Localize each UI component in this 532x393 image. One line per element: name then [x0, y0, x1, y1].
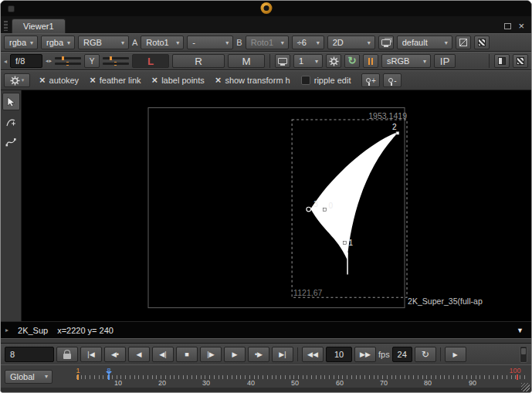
info-dropdown-icon[interactable] [517, 327, 524, 334]
prev-keyframe-icon: ◀• [111, 351, 119, 358]
range-end-marker[interactable] [517, 374, 518, 380]
refresh-button[interactable] [344, 54, 360, 68]
monitor-out-button[interactable] [378, 36, 394, 49]
play-backward-icon: ◀ [137, 351, 142, 358]
gain-spinner-icon[interactable] [46, 58, 52, 64]
transport-scrollbar[interactable] [520, 346, 527, 363]
clip-warning-button[interactable] [494, 54, 510, 68]
collapse-left-icon[interactable] [4, 58, 7, 65]
float-panel-icon[interactable] [504, 23, 511, 29]
checker-display-button[interactable] [474, 36, 490, 49]
gamma-slider-handle2[interactable] [114, 62, 117, 66]
loop-mode-button[interactable] [415, 347, 436, 362]
spline-point-0[interactable] [323, 208, 326, 212]
add-keyframe-button[interactable]: + [361, 73, 380, 87]
window-controls [504, 22, 531, 33]
draw-bezier-tool-button[interactable] [2, 113, 20, 130]
fps-label: fps [378, 350, 390, 359]
luminance-toggle-button[interactable]: Y [84, 54, 100, 68]
prev-keyframe-button[interactable]: ◀• [104, 347, 126, 362]
viewport-canvas[interactable]: 2 3 0 1 1953,1419 1121,67 2K_Super_35(fu… [22, 90, 531, 321]
gain-slider[interactable] [55, 56, 81, 66]
stereo-display-button[interactable] [456, 36, 471, 49]
jump-back-button[interactable]: ◀◀ [302, 347, 324, 362]
feather-point-3[interactable] [307, 207, 311, 212]
lock-range-button[interactable] [56, 347, 78, 362]
close-icon[interactable] [518, 22, 524, 30]
channels-dropdown[interactable]: RGB [78, 36, 129, 49]
panel-grip-icon[interactable] [4, 21, 8, 31]
viewport[interactable]: 2 3 0 1 1953,1419 1121,67 2K_Super_35(fu… [22, 90, 531, 321]
ripple-edit-toggle[interactable]: ripple edit [301, 76, 351, 85]
gamma-display-button[interactable] [513, 54, 528, 68]
step-forward-button[interactable]: |▶ [200, 347, 222, 362]
select-tool-button[interactable] [2, 93, 20, 110]
frame-increment-field[interactable]: 10 [326, 347, 352, 362]
range-start-marker[interactable] [77, 374, 79, 380]
tab-viewer1[interactable]: Viewer1 [12, 19, 66, 33]
point-label-3: 3 [313, 199, 318, 208]
stop-button[interactable]: ■ [176, 347, 198, 362]
current-frame-value: 8 [10, 350, 15, 359]
stereo-mode-dropdown[interactable]: default [397, 36, 452, 49]
window-menu-icon[interactable] [8, 5, 15, 12]
pause-icon [368, 58, 373, 65]
layer-b-dropdown[interactable]: rgba [41, 36, 75, 49]
step-forward-icon: |▶ [207, 351, 214, 358]
wipe-mode-dropdown[interactable]: - [187, 36, 233, 49]
input-process-button[interactable]: IP [434, 54, 456, 68]
monitor-output-button[interactable] [275, 54, 290, 68]
titlebar[interactable] [1, 1, 531, 16]
gain-field[interactable]: f/8 [10, 54, 42, 68]
autokey-toggle[interactable]: autokey [39, 76, 79, 85]
play-backward-button[interactable]: ◀ [128, 347, 150, 362]
label-points-toggle[interactable]: label points [152, 76, 205, 85]
input-number-dropdown[interactable]: 1 [293, 54, 323, 68]
gain-slider-handle[interactable] [62, 56, 64, 60]
downrez-dropdown[interactable]: ÷6 [292, 36, 324, 49]
roi-button[interactable] [326, 54, 341, 68]
edit-curve-tool-button[interactable] [2, 133, 20, 151]
timeline-ruler[interactable]: 10 20 30 40 50 60 70 80 90 1 8 100 [72, 365, 525, 388]
input-b-dropdown[interactable]: Roto1 [246, 36, 289, 49]
window-bottom-edge [1, 388, 531, 392]
fps-field[interactable]: 24 [392, 347, 412, 362]
l-channel-button[interactable]: L [132, 54, 169, 68]
cursor-icon [5, 97, 16, 107]
roto-shape[interactable] [310, 131, 399, 259]
resize-grip-icon[interactable] [521, 383, 530, 391]
gamma-slider-handle[interactable] [110, 56, 112, 60]
gamma-slider[interactable] [103, 56, 129, 66]
jump-forward-button[interactable]: ▶▶ [354, 347, 376, 362]
first-frame-button[interactable]: |◀ [80, 347, 102, 362]
r-channel-button[interactable]: R [172, 54, 225, 68]
play-forward-button[interactable]: ▶ [224, 347, 246, 362]
next-keyframe-button[interactable]: •▶ [248, 347, 269, 362]
layer-a-dropdown[interactable]: rgba [4, 36, 38, 49]
r-channel-label: R [195, 56, 202, 67]
check-x-icon [215, 76, 222, 85]
roto-settings-button[interactable]: ▾ [4, 73, 30, 87]
playhead-marker[interactable] [108, 374, 110, 380]
spline-point-2[interactable] [396, 131, 399, 134]
show-transform-toggle[interactable]: show transform h [215, 76, 290, 85]
input-a-dropdown[interactable]: Roto1 [141, 36, 184, 49]
last-frame-button[interactable]: ▶| [272, 347, 293, 362]
input-a-value: Roto1 [146, 38, 168, 47]
frame-range-dropdown[interactable]: Global [5, 370, 53, 384]
feather-link-toggle[interactable]: feather link [90, 76, 141, 85]
luminance-label: Y [90, 57, 95, 66]
step-back-button[interactable]: ◀| [152, 347, 174, 362]
lock-icon [63, 354, 71, 359]
current-frame-field[interactable]: 8 [5, 347, 54, 362]
gain-slider-handle2[interactable] [66, 62, 69, 66]
pause-button[interactable] [363, 54, 378, 68]
view-mode-dropdown[interactable]: 2D [327, 36, 375, 49]
colorspace-dropdown[interactable]: sRGB [381, 54, 431, 68]
m-channel-button[interactable]: M [228, 54, 265, 68]
range-end-label: 100 [509, 367, 520, 374]
spline-point-1[interactable] [344, 242, 347, 245]
remove-keyframe-button[interactable]: - [383, 73, 402, 87]
info-grip-icon[interactable] [5, 327, 8, 334]
flipbook-button[interactable] [445, 347, 466, 362]
